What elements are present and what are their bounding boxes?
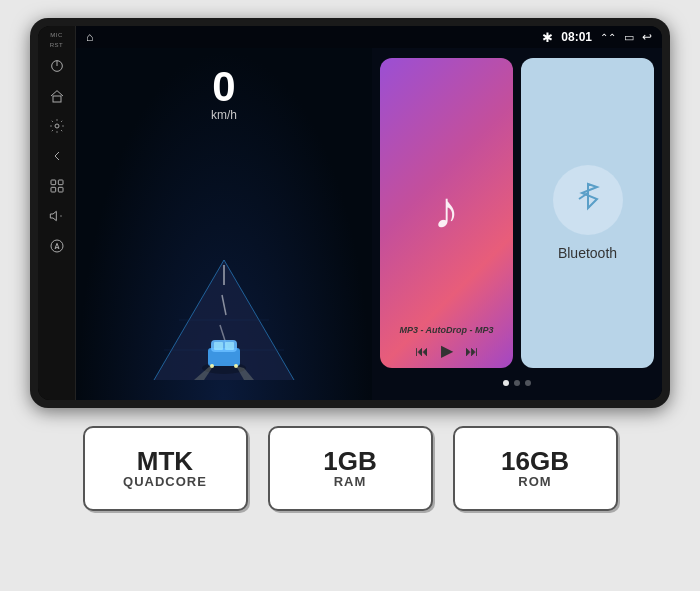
next-button[interactable]: ⏭ xyxy=(465,343,479,359)
device-frame: MIC RST xyxy=(30,18,670,408)
svg-point-3 xyxy=(55,124,59,128)
svg-rect-4 xyxy=(51,180,56,185)
rst-label: RST xyxy=(50,42,64,48)
music-controls: ⏮ ▶ ⏭ xyxy=(388,341,505,360)
music-card-bottom: MP3 - AutoDrop - MP3 ⏮ ▶ ⏭ xyxy=(388,325,505,360)
status-bar: ⌂ ✱ 08:01 ⌃⌃ ▭ ↩ xyxy=(76,26,662,48)
svg-rect-7 xyxy=(58,187,63,192)
dot-1 xyxy=(503,380,509,386)
bluetooth-label: Bluetooth xyxy=(558,245,617,261)
side-controls: MIC RST xyxy=(38,26,76,400)
speed-display: 0 km/h xyxy=(211,66,237,122)
app-tiles: ♪ MP3 - AutoDrop - MP3 ⏮ ▶ ⏭ xyxy=(380,58,654,368)
music-card[interactable]: ♪ MP3 - AutoDrop - MP3 ⏮ ▶ ⏭ xyxy=(380,58,513,368)
bluetooth-icon xyxy=(570,178,606,222)
svg-rect-20 xyxy=(214,342,223,350)
spec-rom: 16GB ROM xyxy=(453,426,618,511)
svg-rect-21 xyxy=(225,342,234,350)
svg-rect-6 xyxy=(51,187,56,192)
apps-panel: ♪ MP3 - AutoDrop - MP3 ⏮ ▶ ⏭ xyxy=(372,48,662,400)
dashboard-panel: 0 km/h xyxy=(76,48,372,400)
window-icon: ▭ xyxy=(624,31,634,44)
home-button[interactable] xyxy=(43,82,71,110)
bluetooth-icon-circle xyxy=(553,165,623,235)
main-screen: ⌂ ✱ 08:01 ⌃⌃ ▭ ↩ 0 km/h xyxy=(76,26,662,400)
svg-rect-5 xyxy=(58,180,63,185)
svg-rect-2 xyxy=(53,96,61,102)
play-button[interactable]: ▶ xyxy=(441,341,453,360)
status-right: ✱ 08:01 ⌃⌃ ▭ ↩ xyxy=(542,30,652,45)
speed-value: 0 xyxy=(211,66,237,108)
bluetooth-status-icon: ✱ xyxy=(542,30,553,45)
volume-button[interactable] xyxy=(43,202,71,230)
device-screen: MIC RST xyxy=(38,26,662,400)
music-title: MP3 - AutoDrop - MP3 xyxy=(388,325,505,335)
power-button[interactable] xyxy=(43,52,71,80)
mic-label: MIC xyxy=(50,32,63,38)
content-area: 0 km/h xyxy=(76,48,662,400)
music-note-icon: ♪ xyxy=(434,180,460,240)
road-visualization xyxy=(124,220,324,380)
bluetooth-card[interactable]: Bluetooth xyxy=(521,58,654,368)
prev-button[interactable]: ⏮ xyxy=(415,343,429,359)
dot-2 xyxy=(514,380,520,386)
apps-button[interactable] xyxy=(43,172,71,200)
svg-point-8 xyxy=(51,240,63,252)
spec-ram-main: 1GB xyxy=(323,448,376,474)
specs-section: MTK QUADCORE 1GB RAM 16GB ROM xyxy=(83,426,618,511)
status-left: ⌂ xyxy=(86,30,93,44)
spec-ram-sub: RAM xyxy=(334,474,367,489)
page-dots xyxy=(380,376,654,390)
spec-mtk-sub: QUADCORE xyxy=(123,474,207,489)
spec-rom-sub: ROM xyxy=(518,474,551,489)
nav-button[interactable] xyxy=(43,232,71,260)
home-status-icon: ⌂ xyxy=(86,30,93,44)
spec-mtk: MTK QUADCORE xyxy=(83,426,248,511)
spec-rom-main: 16GB xyxy=(501,448,569,474)
time-display: 08:01 xyxy=(561,30,592,44)
speed-unit: km/h xyxy=(211,108,237,122)
dot-3 xyxy=(525,380,531,386)
spec-ram: 1GB RAM xyxy=(268,426,433,511)
spec-mtk-main: MTK xyxy=(137,448,193,474)
expand-icon: ⌃⌃ xyxy=(600,32,616,43)
return-icon: ↩ xyxy=(642,30,652,44)
settings-button[interactable] xyxy=(43,112,71,140)
back-button[interactable] xyxy=(43,142,71,170)
